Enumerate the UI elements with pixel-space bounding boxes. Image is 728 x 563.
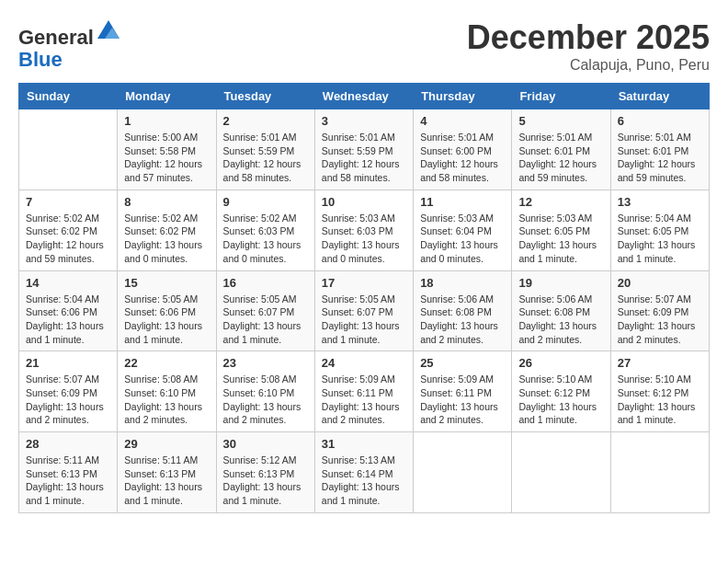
calendar-table: SundayMondayTuesdayWednesdayThursdayFrid…: [18, 83, 710, 513]
day-number: 18: [420, 276, 505, 290]
title-block: December 2025 Calapuja, Puno, Peru: [467, 18, 710, 74]
week-row-4: 21Sunrise: 5:07 AMSunset: 6:09 PMDayligh…: [19, 351, 710, 432]
calendar-cell: 9Sunrise: 5:02 AMSunset: 6:03 PMDaylight…: [216, 190, 314, 270]
day-number: 30: [223, 437, 308, 451]
calendar-cell: 2Sunrise: 5:01 AMSunset: 5:59 PMDaylight…: [216, 109, 314, 190]
calendar-cell: 20Sunrise: 5:07 AMSunset: 6:09 PMDayligh…: [610, 270, 709, 351]
calendar-cell: 18Sunrise: 5:06 AMSunset: 6:08 PMDayligh…: [414, 270, 512, 351]
logo-icon: [96, 18, 121, 44]
calendar-cell: 10Sunrise: 5:03 AMSunset: 6:03 PMDayligh…: [314, 190, 413, 270]
calendar-cell: 24Sunrise: 5:09 AMSunset: 6:11 PMDayligh…: [314, 351, 413, 432]
day-info: Sunrise: 5:10 AMSunset: 6:12 PMDaylight:…: [618, 373, 702, 427]
day-number: 14: [26, 276, 110, 290]
week-row-5: 28Sunrise: 5:11 AMSunset: 6:13 PMDayligh…: [19, 432, 710, 513]
calendar-cell: [414, 432, 512, 513]
day-info: Sunrise: 5:07 AMSunset: 6:09 PMDaylight:…: [26, 373, 110, 427]
calendar-cell: 25Sunrise: 5:09 AMSunset: 6:11 PMDayligh…: [414, 351, 512, 432]
calendar-cell: 22Sunrise: 5:08 AMSunset: 6:10 PMDayligh…: [118, 351, 216, 432]
day-number: 16: [223, 276, 308, 290]
day-info: Sunrise: 5:01 AMSunset: 5:59 PMDaylight:…: [223, 131, 308, 185]
calendar-cell: 6Sunrise: 5:01 AMSunset: 6:01 PMDaylight…: [610, 109, 709, 190]
day-number: 10: [322, 195, 406, 209]
day-info: Sunrise: 5:02 AMSunset: 6:03 PMDaylight:…: [223, 212, 308, 266]
day-number: 6: [618, 114, 702, 128]
day-number: 9: [223, 195, 308, 209]
calendar-cell: 17Sunrise: 5:05 AMSunset: 6:07 PMDayligh…: [314, 270, 413, 351]
day-info: Sunrise: 5:05 AMSunset: 6:07 PMDaylight:…: [223, 293, 308, 347]
calendar-cell: 5Sunrise: 5:01 AMSunset: 6:01 PMDaylight…: [512, 109, 610, 190]
calendar-cell: 8Sunrise: 5:02 AMSunset: 6:02 PMDaylight…: [118, 190, 216, 270]
calendar-cell: 27Sunrise: 5:10 AMSunset: 6:12 PMDayligh…: [610, 351, 709, 432]
location: Calapuja, Puno, Peru: [467, 57, 710, 74]
day-info: Sunrise: 5:02 AMSunset: 6:02 PMDaylight:…: [26, 212, 110, 266]
day-number: 13: [618, 195, 702, 209]
day-info: Sunrise: 5:03 AMSunset: 6:03 PMDaylight:…: [322, 212, 406, 266]
day-number: 7: [26, 195, 110, 209]
day-number: 24: [322, 356, 406, 370]
day-number: 23: [223, 356, 308, 370]
day-number: 20: [618, 276, 702, 290]
week-row-2: 7Sunrise: 5:02 AMSunset: 6:02 PMDaylight…: [19, 190, 710, 270]
day-number: 5: [518, 114, 603, 128]
calendar-cell: [610, 432, 709, 513]
header-sunday: Sunday: [19, 84, 118, 109]
day-number: 26: [518, 356, 603, 370]
day-number: 25: [420, 356, 505, 370]
day-number: 22: [124, 356, 209, 370]
calendar-cell: 16Sunrise: 5:05 AMSunset: 6:07 PMDayligh…: [216, 270, 314, 351]
calendar-cell: 1Sunrise: 5:00 AMSunset: 5:58 PMDaylight…: [118, 109, 216, 190]
day-number: 17: [322, 276, 406, 290]
day-info: Sunrise: 5:03 AMSunset: 6:05 PMDaylight:…: [518, 212, 603, 266]
day-info: Sunrise: 5:12 AMSunset: 6:13 PMDaylight:…: [223, 454, 308, 508]
day-info: Sunrise: 5:06 AMSunset: 6:08 PMDaylight:…: [420, 293, 505, 347]
day-number: 11: [420, 195, 505, 209]
calendar-cell: 13Sunrise: 5:04 AMSunset: 6:05 PMDayligh…: [610, 190, 709, 270]
day-number: 21: [26, 356, 110, 370]
day-info: Sunrise: 5:01 AMSunset: 5:59 PMDaylight:…: [322, 131, 406, 185]
logo[interactable]: General Blue: [18, 18, 121, 71]
day-info: Sunrise: 5:11 AMSunset: 6:13 PMDaylight:…: [26, 454, 110, 508]
day-number: 12: [518, 195, 603, 209]
calendar-cell: 23Sunrise: 5:08 AMSunset: 6:10 PMDayligh…: [216, 351, 314, 432]
day-info: Sunrise: 5:08 AMSunset: 6:10 PMDaylight:…: [124, 373, 209, 427]
calendar-cell: 26Sunrise: 5:10 AMSunset: 6:12 PMDayligh…: [512, 351, 610, 432]
week-row-1: 1Sunrise: 5:00 AMSunset: 5:58 PMDaylight…: [19, 109, 710, 190]
calendar-cell: 15Sunrise: 5:05 AMSunset: 6:06 PMDayligh…: [118, 270, 216, 351]
day-number: 1: [124, 114, 209, 128]
day-info: Sunrise: 5:00 AMSunset: 5:58 PMDaylight:…: [124, 131, 209, 185]
day-number: 28: [26, 437, 110, 451]
calendar-cell: 19Sunrise: 5:06 AMSunset: 6:08 PMDayligh…: [512, 270, 610, 351]
calendar-cell: 4Sunrise: 5:01 AMSunset: 6:00 PMDaylight…: [414, 109, 512, 190]
day-info: Sunrise: 5:05 AMSunset: 6:06 PMDaylight:…: [124, 293, 209, 347]
calendar-cell: 3Sunrise: 5:01 AMSunset: 5:59 PMDaylight…: [314, 109, 413, 190]
calendar-cell: 31Sunrise: 5:13 AMSunset: 6:14 PMDayligh…: [314, 432, 413, 513]
day-number: 15: [124, 276, 209, 290]
day-number: 8: [124, 195, 209, 209]
day-number: 3: [322, 114, 406, 128]
header-monday: Monday: [118, 84, 216, 109]
day-number: 19: [518, 276, 603, 290]
day-info: Sunrise: 5:13 AMSunset: 6:14 PMDaylight:…: [322, 454, 406, 508]
day-info: Sunrise: 5:01 AMSunset: 6:01 PMDaylight:…: [618, 131, 702, 185]
day-number: 29: [124, 437, 209, 451]
calendar-cell: 21Sunrise: 5:07 AMSunset: 6:09 PMDayligh…: [19, 351, 118, 432]
day-info: Sunrise: 5:08 AMSunset: 6:10 PMDaylight:…: [223, 373, 308, 427]
day-info: Sunrise: 5:10 AMSunset: 6:12 PMDaylight:…: [518, 373, 603, 427]
header-wednesday: Wednesday: [314, 84, 413, 109]
day-info: Sunrise: 5:07 AMSunset: 6:09 PMDaylight:…: [618, 293, 702, 347]
calendar-cell: 7Sunrise: 5:02 AMSunset: 6:02 PMDaylight…: [19, 190, 118, 270]
header-saturday: Saturday: [610, 84, 709, 109]
calendar-cell: [512, 432, 610, 513]
week-row-3: 14Sunrise: 5:04 AMSunset: 6:06 PMDayligh…: [19, 270, 710, 351]
page-header: General Blue December 2025 Calapuja, Pun…: [18, 18, 710, 74]
day-number: 4: [420, 114, 505, 128]
day-info: Sunrise: 5:03 AMSunset: 6:04 PMDaylight:…: [420, 212, 505, 266]
day-info: Sunrise: 5:01 AMSunset: 6:01 PMDaylight:…: [518, 131, 603, 185]
calendar-header-row: SundayMondayTuesdayWednesdayThursdayFrid…: [19, 84, 710, 109]
calendar-cell: 30Sunrise: 5:12 AMSunset: 6:13 PMDayligh…: [216, 432, 314, 513]
calendar-cell: 29Sunrise: 5:11 AMSunset: 6:13 PMDayligh…: [118, 432, 216, 513]
day-number: 27: [618, 356, 702, 370]
day-info: Sunrise: 5:06 AMSunset: 6:08 PMDaylight:…: [518, 293, 603, 347]
day-info: Sunrise: 5:04 AMSunset: 6:06 PMDaylight:…: [26, 293, 110, 347]
day-info: Sunrise: 5:09 AMSunset: 6:11 PMDaylight:…: [322, 373, 406, 427]
